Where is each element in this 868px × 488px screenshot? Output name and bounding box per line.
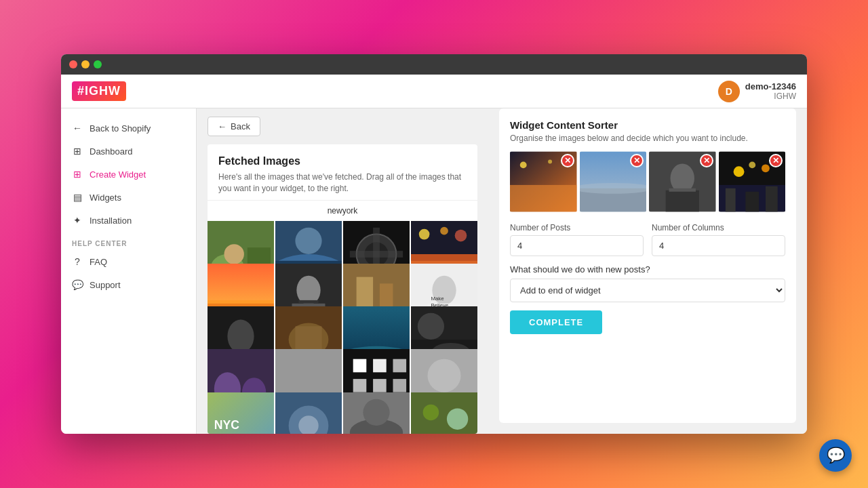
fetched-images-card: Fetched Images Here's all the images tha… (208, 144, 477, 434)
svg-rect-60 (393, 380, 407, 393)
grid-cell[interactable] (343, 392, 410, 434)
sidebar-item-faq[interactable]: ? FAQ (61, 250, 196, 273)
num-cols-label: Number of Columns (652, 223, 785, 232)
remove-image-1-button[interactable]: ✕ (561, 154, 574, 167)
svg-rect-26 (298, 300, 318, 304)
num-posts-input[interactable] (510, 235, 644, 256)
fields-row: Number of Posts Number of Columns (510, 223, 785, 256)
svg-point-37 (227, 320, 254, 353)
right-panel: Widget Content Sorter Organise the image… (488, 108, 807, 434)
chat-icon: 💬 (827, 447, 845, 464)
widget-sorter-desc: Organise the images below and decide whi… (510, 134, 785, 143)
svg-rect-55 (353, 359, 367, 373)
avatar: D (718, 81, 740, 102)
widgets-icon: ▤ (72, 192, 83, 203)
svg-point-92 (733, 166, 744, 177)
num-cols-group: Number of Columns (652, 223, 785, 256)
content-area: ← Back Fetched Images Here's all the ima… (197, 108, 807, 434)
selected-image-4: ✕ (719, 151, 786, 212)
sidebar-item-widgets[interactable]: ▤ Widgets (61, 186, 196, 209)
selected-image-1: ✕ (510, 151, 577, 212)
svg-rect-89 (666, 190, 699, 212)
svg-point-86 (580, 183, 647, 194)
user-area: D demo-12346 IGHW (718, 81, 796, 102)
back-btn-area: ← Back (197, 108, 488, 144)
grid-cell[interactable]: NYC (208, 392, 274, 434)
sidebar-item-label: Dashboard (90, 146, 133, 157)
sidebar: ← Back to Shopify ⊞ Dashboard ⊞ Create W… (61, 108, 197, 434)
svg-point-78 (447, 408, 468, 429)
complete-button[interactable]: COMPLETE (510, 310, 602, 334)
svg-point-82 (520, 161, 527, 168)
back-button[interactable]: ← Back (208, 117, 260, 136)
fetched-desc: Here's all the images that we've fetched… (218, 171, 467, 195)
main-layout: ← Back to Shopify ⊞ Dashboard ⊞ Create W… (61, 108, 807, 434)
selected-image-2: ✕ (580, 151, 647, 212)
left-panel: ← Back Fetched Images Here's all the ima… (197, 108, 488, 434)
logo: #IGHW (72, 81, 126, 101)
sidebar-item-label: Create Widget (90, 169, 146, 180)
support-icon: 💬 (72, 279, 83, 290)
remove-image-4-button[interactable]: ✕ (769, 154, 783, 167)
svg-rect-97 (745, 192, 759, 212)
svg-point-93 (762, 164, 770, 172)
grid-cell[interactable] (411, 392, 477, 434)
chat-bubble-button[interactable]: 💬 (819, 439, 852, 472)
help-section-title: HELP CENTER (61, 232, 196, 250)
tag-label: newyork (328, 206, 358, 216)
selected-image-3: ✕ (649, 151, 716, 212)
create-widget-icon: ⊞ (72, 169, 83, 180)
logo-text: IGHW (85, 84, 121, 98)
minimize-button[interactable] (81, 60, 90, 68)
logo-hash: # (77, 84, 85, 98)
num-posts-label: Number of Posts (510, 223, 644, 232)
faq-icon: ? (72, 256, 83, 267)
svg-rect-13 (350, 251, 403, 258)
user-name: demo-12346 (745, 81, 796, 92)
tag-bar: newyork (208, 200, 477, 221)
maximize-button[interactable] (94, 60, 102, 68)
widget-sorter-title: Widget Content Sorter (510, 119, 785, 131)
fetched-header: Fetched Images Here's all the images tha… (208, 144, 477, 200)
svg-point-83 (548, 159, 552, 163)
image-grid: Make Believe (208, 221, 477, 434)
svg-point-18 (455, 229, 467, 241)
fetched-title: Fetched Images (218, 155, 467, 167)
svg-rect-58 (353, 380, 367, 393)
logo-box: #IGHW (72, 81, 126, 101)
arrow-left-icon: ← (72, 123, 83, 134)
sidebar-item-back-shopify[interactable]: ← Back to Shopify (61, 117, 196, 140)
remove-image-2-button[interactable]: ✕ (630, 154, 644, 167)
svg-rect-76 (411, 392, 477, 434)
svg-rect-96 (725, 188, 735, 211)
app-header: #IGHW D demo-12346 IGHW (61, 75, 807, 108)
svg-point-16 (419, 228, 430, 239)
close-button[interactable] (69, 60, 77, 68)
user-info: demo-12346 IGHW (745, 81, 796, 101)
svg-rect-81 (510, 185, 577, 211)
sidebar-item-label: Widgets (90, 192, 121, 203)
app-window: #IGHW D demo-12346 IGHW ← Back to Shopif… (61, 54, 807, 434)
dashboard-icon: ⊞ (72, 146, 83, 157)
num-cols-input[interactable] (652, 235, 785, 256)
sidebar-item-label: FAQ (90, 257, 107, 267)
sidebar-item-create-widget[interactable]: ⊞ Create Widget (61, 163, 196, 186)
back-label: Back (231, 121, 250, 131)
sidebar-item-support[interactable]: 💬 Support (61, 273, 196, 296)
sidebar-item-label: Installation (90, 216, 132, 226)
svg-point-65 (428, 359, 461, 392)
titlebar (61, 54, 807, 75)
remove-image-3-button[interactable]: ✕ (700, 154, 713, 167)
sidebar-item-dashboard[interactable]: ⊞ Dashboard (61, 140, 196, 163)
traffic-lights (69, 60, 102, 68)
svg-rect-98 (765, 186, 777, 211)
new-posts-select[interactable]: Add to end of widget Add to beginning of… (510, 279, 785, 302)
svg-point-7 (295, 227, 321, 253)
svg-point-94 (749, 161, 755, 168)
num-posts-group: Number of Posts (510, 223, 644, 256)
svg-point-75 (363, 399, 389, 426)
sidebar-item-installation[interactable]: ✦ Installation (61, 209, 196, 232)
grid-cell[interactable] (275, 392, 342, 434)
user-sub: IGHW (745, 92, 796, 101)
svg-point-45 (418, 313, 444, 340)
